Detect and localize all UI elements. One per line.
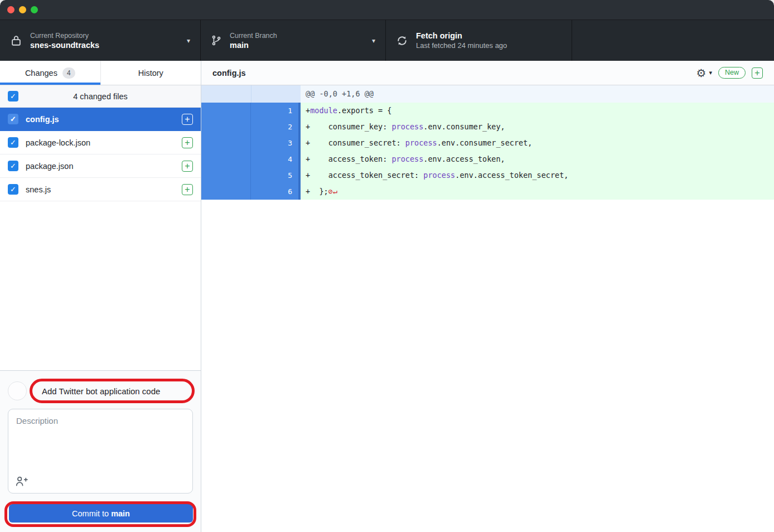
add-coauthor-button[interactable] xyxy=(15,476,28,488)
minimize-button[interactable] xyxy=(19,6,26,13)
file-name: package-lock.json xyxy=(26,138,90,147)
changed-files-count: 4 changed files xyxy=(0,92,201,101)
code-token: ⊘↵ xyxy=(328,187,337,196)
select-all-checkbox[interactable]: ✓ xyxy=(8,91,18,101)
branch-label: Current Branch xyxy=(230,32,277,40)
sync-icon xyxy=(396,35,408,47)
diff-sign: + xyxy=(306,187,310,196)
commit-summary-input[interactable] xyxy=(35,382,193,400)
fetch-origin-button[interactable]: Fetch origin Last fetched 24 minutes ago xyxy=(386,20,572,61)
zoom-button[interactable] xyxy=(31,6,38,13)
expand-diff-button[interactable]: + xyxy=(752,67,763,79)
gutter-line-number[interactable]: 4 xyxy=(251,151,301,167)
file-row-package-lock.json[interactable]: ✓package-lock.json+ xyxy=(0,131,201,154)
branch-name: main xyxy=(230,41,277,50)
hunk-gutter-old xyxy=(201,85,251,103)
file-name: package.json xyxy=(26,162,73,171)
diff-sign: + xyxy=(306,122,310,131)
tab-changes[interactable]: Changes4 xyxy=(0,61,100,85)
diff-sign: + xyxy=(306,154,310,163)
diff-options-button[interactable]: ⚙ ▾ xyxy=(696,67,712,79)
code-line: +module.exports = { xyxy=(301,103,774,119)
gutter-line-number[interactable]: 5 xyxy=(251,167,301,183)
close-button[interactable] xyxy=(7,6,14,13)
code-token: .env.access_token_secret, xyxy=(455,171,568,180)
hunk-header-text: @@ -0,0 +1,6 @@ xyxy=(301,85,774,103)
code-line: + access_token_secret: process.env.acces… xyxy=(301,167,774,183)
code-line: + access_token: process.env.access_token… xyxy=(301,151,774,167)
file-checkbox[interactable]: ✓ xyxy=(8,114,18,124)
gutter-old-column[interactable] xyxy=(201,167,251,183)
commit-summary-row xyxy=(8,379,193,403)
code-line: + };⊘↵ xyxy=(301,183,774,200)
code-token: access_token: xyxy=(310,154,391,163)
commit-button-label: Commit to xyxy=(72,509,111,518)
branch-selector[interactable]: Current Branch main ▾ xyxy=(201,20,386,61)
changed-files-header: ✓ 4 changed files xyxy=(0,85,201,108)
code-token: consumer_key: xyxy=(310,122,391,131)
diff-file-header: config.js ⚙ ▾ New + xyxy=(201,61,774,85)
file-checkbox[interactable]: ✓ xyxy=(8,137,18,148)
tab-history[interactable]: History xyxy=(100,61,201,85)
code-line: + consumer_secret: process.env.consumer_… xyxy=(301,135,774,151)
diff-actions: ⚙ ▾ New + xyxy=(696,67,763,79)
diff-lines: 1+module.exports = {2+ consumer_key: pro… xyxy=(201,103,774,200)
github-desktop-window: Current Repository snes-soundtracks ▾ Cu… xyxy=(0,0,774,532)
gutter-old-column[interactable] xyxy=(201,151,251,167)
repository-name: snes-soundtracks xyxy=(30,41,99,50)
changes-count-badge: 4 xyxy=(62,67,75,79)
diff-line-3[interactable]: 3+ consumer_secret: process.env.consumer… xyxy=(201,135,774,151)
code-token: .env.consumer_secret, xyxy=(437,138,533,147)
file-checkbox[interactable]: ✓ xyxy=(8,161,18,171)
fetch-subtitle: Last fetched 24 minutes ago xyxy=(416,41,507,50)
file-row-config.js[interactable]: ✓config.js+ xyxy=(0,108,201,131)
diff-line-1[interactable]: 1+module.exports = { xyxy=(201,103,774,119)
commit-button[interactable]: Commit to main xyxy=(9,504,193,523)
repository-label: Current Repository xyxy=(30,32,99,40)
diff-sign: + xyxy=(306,138,310,147)
code-token: access_token_secret: xyxy=(310,171,423,180)
file-checkbox[interactable]: ✓ xyxy=(8,184,18,195)
code-token: .env.access_token, xyxy=(423,154,505,163)
changes-sidebar: Changes4History ✓ 4 changed files ✓confi… xyxy=(0,61,201,532)
main-content: Changes4History ✓ 4 changed files ✓confi… xyxy=(0,61,774,532)
gutter-old-column[interactable] xyxy=(201,183,251,200)
gutter-line-number[interactable]: 6 xyxy=(251,183,301,200)
fetch-title: Fetch origin xyxy=(416,31,507,40)
code-token: process xyxy=(405,138,437,147)
changed-file-list: ✓config.js+✓package-lock.json+✓package.j… xyxy=(0,108,201,370)
chevron-down-icon: ▾ xyxy=(709,69,712,76)
new-file-badge: New xyxy=(718,67,746,79)
gutter-line-number[interactable]: 3 xyxy=(251,135,301,151)
diff-sign: + xyxy=(306,171,310,180)
gutter-old-column[interactable] xyxy=(201,135,251,151)
titlebar xyxy=(0,0,774,20)
diff-body: @@ -0,0 +1,6 @@ 1+module.exports = {2+ c… xyxy=(201,85,774,532)
commit-area: Commit to main xyxy=(0,370,201,532)
diff-line-2[interactable]: 2+ consumer_key: process.env.consumer_ke… xyxy=(201,119,774,135)
gutter-line-number[interactable]: 2 xyxy=(251,119,301,135)
gutter-line-number[interactable]: 1 xyxy=(251,103,301,119)
code-token: module xyxy=(310,106,337,115)
file-plus-icon[interactable]: + xyxy=(182,184,193,195)
diff-line-5[interactable]: 5+ access_token_secret: process.env.acce… xyxy=(201,167,774,183)
file-plus-icon[interactable]: + xyxy=(182,137,193,148)
file-plus-icon[interactable]: + xyxy=(182,114,193,125)
avatar xyxy=(8,381,27,400)
commit-description-input[interactable] xyxy=(8,409,192,472)
diff-line-6[interactable]: 6+ };⊘↵ xyxy=(201,183,774,200)
lock-icon xyxy=(10,33,22,47)
chevron-down-icon: ▾ xyxy=(187,37,190,45)
plus-icon: + xyxy=(754,69,760,78)
diff-line-4[interactable]: 4+ access_token: process.env.access_toke… xyxy=(201,151,774,167)
git-branch-icon xyxy=(211,34,222,47)
repository-selector[interactable]: Current Repository snes-soundtracks ▾ xyxy=(0,20,201,61)
gutter-old-column[interactable] xyxy=(201,119,251,135)
code-token: process xyxy=(391,154,423,163)
gutter-old-column[interactable] xyxy=(201,103,251,119)
diff-file-name: config.js xyxy=(212,69,246,78)
file-row-package.json[interactable]: ✓package.json+ xyxy=(0,154,201,178)
file-row-snes.js[interactable]: ✓snes.js+ xyxy=(0,178,201,201)
gear-icon: ⚙ xyxy=(696,67,707,79)
file-plus-icon[interactable]: + xyxy=(182,161,193,172)
